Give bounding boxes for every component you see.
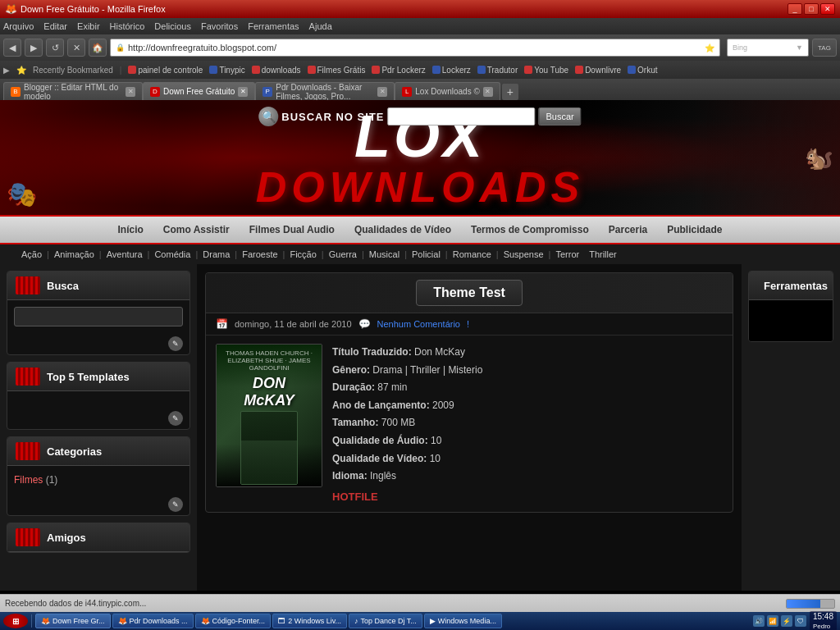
stop-button[interactable]: ✕	[67, 39, 85, 57]
bookmark-painel[interactable]: painel de controle	[128, 66, 203, 75]
post-meta: 📅 domingo, 11 de abril de 2010 💬 Nenhum …	[206, 313, 733, 336]
menu-historico[interactable]: Histórico	[110, 21, 145, 31]
bookmark-lockerz[interactable]: Lockerz	[432, 66, 471, 75]
amigos-header: Amigos	[7, 523, 189, 552]
nav-como-assistir[interactable]: Como Assistir	[163, 224, 230, 235]
comment-link[interactable]: Nenhum Comentário	[377, 319, 461, 329]
genre-animacao[interactable]: Animação	[49, 248, 99, 261]
bookmark-tradutor[interactable]: Tradutor	[477, 66, 518, 75]
busca-footer: ✎	[7, 333, 189, 354]
home-button[interactable]: 🏠	[89, 39, 107, 57]
hotfile-link[interactable]: HOTFILE	[332, 491, 378, 503]
genre-ficcao[interactable]: Ficção	[285, 248, 321, 261]
bookmark-downlivre[interactable]: Downlivre	[575, 66, 621, 75]
start-button[interactable]: ⊞	[3, 614, 28, 628]
genre-romance[interactable]: Romance	[448, 248, 496, 261]
main-content: Theme Test 📅 domingo, 11 de abril de 201…	[197, 264, 742, 591]
nav-publicidade[interactable]: Publicidade	[667, 224, 722, 235]
forward-button[interactable]: ▶	[25, 39, 43, 57]
top5-header: Top 5 Templates	[7, 363, 189, 391]
genre-comedia[interactable]: Comédia	[149, 248, 195, 261]
title-bar: 🦊 Down Free Grátuito - Mozilla Firefox _…	[0, 0, 840, 18]
close-button[interactable]: ✕	[820, 3, 835, 15]
tab-pdrdownloads[interactable]: P Pdr Downloads - Baixar Filmes, Jogos, …	[255, 82, 395, 100]
restore-button[interactable]: □	[804, 3, 819, 15]
system-clock: 15:48 Pedro	[810, 611, 837, 630]
category-filmes[interactable]: Filmes (1)	[14, 472, 183, 487]
tray-icon-3: ⚡	[781, 615, 792, 627]
menu-favoritos[interactable]: Favoritos	[201, 21, 238, 31]
logo-downloads: DOWNLOADS	[256, 166, 585, 208]
nav-termos[interactable]: Termos de Compromisso	[471, 224, 589, 235]
nav-inicio[interactable]: Início	[117, 224, 143, 235]
genre-terror[interactable]: Terror	[550, 248, 584, 261]
header-right-decoration: 🐿️	[692, 100, 840, 215]
genre-policial[interactable]: Policial	[407, 248, 445, 261]
genre-guerra[interactable]: Guerra	[324, 248, 362, 261]
bookmark-orkut[interactable]: Orkut	[628, 66, 657, 75]
ferramentas-body	[749, 300, 833, 341]
reload-button[interactable]: ↺	[46, 39, 64, 57]
nav-filmes-dual[interactable]: Filmes Dual Audio	[249, 224, 335, 235]
bookmark-pdrlockerz[interactable]: Pdr Lockerz	[372, 66, 425, 75]
taskbar-media-btn[interactable]: ▶ Windows Media...	[424, 614, 502, 628]
top5-body	[7, 391, 189, 408]
nav-qualidades[interactable]: Qualidades de Vídeo	[354, 224, 451, 235]
post-details: Título Traduzido: Don McKay Gênero: Dram…	[332, 344, 723, 504]
genre-thriller[interactable]: Thriller	[584, 248, 622, 261]
search-site-button[interactable]: Buscar	[538, 107, 581, 126]
genre-aventura[interactable]: Aventura	[102, 248, 148, 261]
post-body: THOMAS HADEN CHURCH · ELIZABETH SHUE · J…	[206, 336, 733, 512]
bookmark-filmes[interactable]: Filmes Grátis	[308, 66, 366, 75]
bookmark-downloads[interactable]: downloads	[252, 66, 301, 75]
taskbar-topdance-btn[interactable]: ♪ Top Dance Dj T...	[349, 614, 422, 628]
taskbar-firefox-btn[interactable]: 🦊 Down Free Gr...	[35, 614, 111, 628]
bookmark-youtube[interactable]: You Tube	[524, 66, 568, 75]
recently-bookmarked[interactable]: Recently Bookmarked	[33, 66, 113, 75]
tab-close-downfree[interactable]: ✕	[238, 87, 248, 97]
tab-blogger[interactable]: B Blogger :: Editar HTML do modelo ✕	[3, 82, 143, 100]
taskbar-left: ⊞ 🦊 Down Free Gr... 🦊 Pdr Downloads ... …	[3, 614, 502, 628]
busca-input[interactable]	[14, 307, 183, 326]
top5-edit-icon[interactable]: ✎	[168, 411, 183, 426]
back-button[interactable]: ◀	[3, 39, 21, 57]
tray-icon-2: 📶	[767, 615, 778, 627]
genre-musical[interactable]: Musical	[364, 248, 404, 261]
main-nav: Início Como Assistir Filmes Dual Audio Q…	[0, 215, 840, 244]
menu-delicious[interactable]: Delicious	[154, 21, 191, 31]
tray-icon-4: 🛡	[795, 615, 806, 627]
taskbar-codigo-btn[interactable]: 🦊 Código-Fonter...	[195, 614, 272, 628]
genre-bar: Ação | Animação | Aventura | Comédia | D…	[0, 244, 840, 264]
search-site-input[interactable]	[387, 107, 535, 126]
menu-ajuda[interactable]: Ajuda	[309, 21, 332, 31]
minimize-button[interactable]: _	[788, 3, 802, 15]
tab-close-blogger[interactable]: ✕	[126, 87, 135, 97]
nav-parceria[interactable]: Parceria	[609, 224, 647, 235]
new-tab-button[interactable]: +	[502, 84, 518, 100]
taskbar-windows-btn[interactable]: 🗔 2 Windows Liv...	[272, 614, 347, 628]
menu-editar[interactable]: Editar	[43, 21, 67, 31]
tab-downfree[interactable]: D Down Free Grátuito ✕	[143, 82, 255, 100]
genre-faroeste[interactable]: Faroeste	[237, 248, 282, 261]
menu-arquivo[interactable]: Arquivo	[3, 21, 34, 31]
taskbar-pdr-btn[interactable]: 🦊 Pdr Downloads ...	[112, 614, 194, 628]
genre-drama[interactable]: Drama	[198, 248, 235, 261]
categorias-edit-icon[interactable]: ✎	[168, 497, 183, 512]
categorias-header: Categorias	[7, 437, 189, 466]
address-bar[interactable]: 🔒 http://downfreegratuito.blogspot.com/ …	[110, 39, 720, 57]
search-site-label: BUSCAR NO SITE	[281, 111, 384, 123]
tab-close-pdr[interactable]: ✕	[377, 87, 387, 97]
tag-button[interactable]: TAG	[812, 39, 837, 57]
genre-suspense[interactable]: Suspense	[499, 248, 549, 261]
categorias-icon	[16, 442, 40, 460]
post-title: Theme Test	[416, 280, 523, 306]
menu-exibir[interactable]: Exibir	[77, 21, 100, 31]
tab-close-lox[interactable]: ✕	[483, 87, 493, 97]
busca-edit-icon[interactable]: ✎	[168, 336, 183, 351]
tab-loxdownloads[interactable]: L Lox Downloads © ✕	[395, 82, 500, 100]
busca-body	[7, 300, 189, 333]
browser-search-box[interactable]: Bing ▼	[727, 39, 809, 57]
genre-acao[interactable]: Ação	[16, 248, 47, 261]
bookmark-tinypic[interactable]: Tinypic	[209, 66, 244, 75]
menu-ferramentas[interactable]: Ferramentas	[248, 21, 299, 31]
